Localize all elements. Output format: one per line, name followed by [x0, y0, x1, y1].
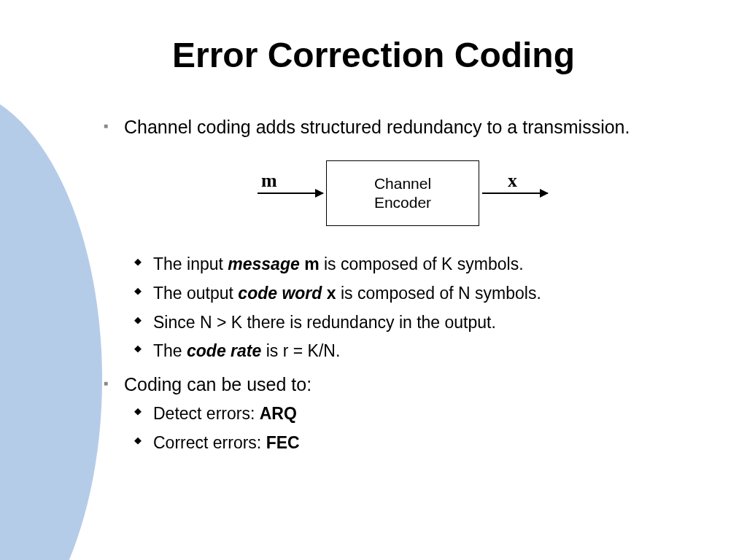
- bullet-coding-use: Coding can be used to: Detect errors: AR…: [124, 373, 703, 454]
- t: FEC: [266, 433, 300, 452]
- t: is r = K/N.: [261, 341, 340, 360]
- t: message: [228, 254, 299, 273]
- t: x: [327, 284, 336, 303]
- encoder-box: Channel Encoder: [326, 160, 479, 226]
- sub-item-code-rate: The code rate is r = K/N.: [153, 341, 681, 362]
- output-label: x: [508, 168, 517, 193]
- sub-item-input-message: The input message m is composed of K sym…: [153, 254, 681, 276]
- bullet-text: Coding can be used to:: [124, 374, 311, 394]
- t: Since N > K there is redundancy in the o…: [153, 313, 496, 332]
- output-arrow: x: [482, 192, 548, 194]
- t: The: [153, 341, 187, 360]
- diagram-inner: m Channel Encoder x: [258, 160, 548, 226]
- main-list: Channel coding adds structured redundanc…: [44, 115, 703, 454]
- t: ARQ: [260, 404, 297, 423]
- t: The input: [153, 254, 228, 273]
- sub-list-2: Detect errors: ARQ Correct errors: FEC: [124, 403, 681, 454]
- input-label: m: [261, 168, 277, 193]
- sub-item-arq: Detect errors: ARQ: [153, 403, 681, 425]
- sub-item-output-codeword: The output code word x is composed of N …: [153, 283, 681, 305]
- box-line1: Channel: [374, 174, 431, 193]
- t: m: [304, 254, 319, 273]
- slide-title: Error Correction Coding: [44, 35, 703, 75]
- t: code rate: [187, 341, 261, 360]
- t: is composed of N symbols.: [336, 284, 541, 303]
- bullet-text: Channel coding adds structured redundanc…: [124, 117, 630, 137]
- bullet-channel-coding: Channel coding adds structured redundanc…: [124, 115, 703, 362]
- box-line2: Encoder: [374, 193, 431, 212]
- t: The output: [153, 284, 238, 303]
- t: Correct errors:: [153, 433, 266, 452]
- t: code word: [238, 284, 322, 303]
- slide-content: Error Correction Coding Channel coding a…: [0, 0, 747, 491]
- t: Detect errors:: [153, 404, 260, 423]
- sub-list-1: The input message m is composed of K sym…: [124, 254, 681, 363]
- input-arrow: m: [258, 192, 323, 194]
- sub-item-fec: Correct errors: FEC: [153, 432, 681, 454]
- encoder-diagram: m Channel Encoder x: [124, 153, 681, 233]
- t: is composed of K symbols.: [320, 254, 524, 273]
- sub-item-redundancy: Since N > K there is redundancy in the o…: [153, 312, 681, 334]
